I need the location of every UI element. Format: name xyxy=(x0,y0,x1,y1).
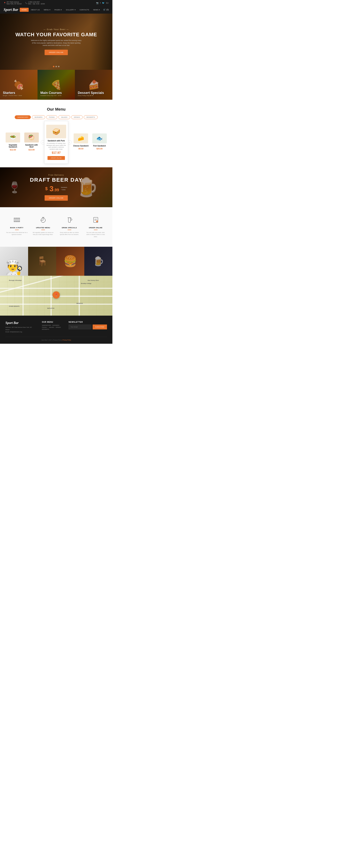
book-party-title: BOOK A PARTY xyxy=(6,227,28,228)
feature-order-online: ORDER ONLINE You can order any snack, di… xyxy=(85,216,106,238)
updated-menu-underline xyxy=(41,230,45,230)
footer-link-burgers[interactable]: BURGERS xyxy=(53,324,59,326)
footer-link-sandwiches[interactable]: SANDWICHES xyxy=(42,324,51,326)
category-desserts[interactable]: 🍰 Dessert Specials Every Friday Only $0.… xyxy=(75,70,113,100)
menu-item-cheese-sandwich[interactable]: 🧀 Cheese Sandwich $9.50 xyxy=(72,132,90,153)
category-starters[interactable]: 🍖 Starters Burger + French Fries + Drink xyxy=(0,70,37,100)
newsletter-email-input[interactable] xyxy=(68,324,92,330)
location-icon: 📍 xyxy=(4,2,6,4)
menu-title: Our Menu xyxy=(4,107,109,112)
drink-specials-icon xyxy=(59,216,80,225)
footer-address-text: Address: 287 Park Avenue New York, NY 90… xyxy=(5,326,35,333)
footer: Sport Bar Address: 287 Park Avenue New Y… xyxy=(0,316,113,344)
footer-privacy-link[interactable]: | Privacy Policy xyxy=(62,339,71,341)
google-plus-icon[interactable]: G+ xyxy=(106,2,109,4)
nav-gallery[interactable]: GALLERY ▾ xyxy=(64,8,77,12)
tab-pizzas[interactable]: PIZZAS xyxy=(46,115,57,119)
nav-news[interactable]: NEWS ▾ xyxy=(91,8,102,12)
footer-link-drinks[interactable]: DRINKS xyxy=(56,327,61,328)
starters-title: Starters xyxy=(3,91,22,95)
footer-newsletter-section: NEWSLETTER SUBSCRIBE xyxy=(68,321,107,333)
site-logo[interactable]: Sport Bar xyxy=(4,8,18,12)
map-label-factory: New Factory Store xyxy=(88,280,99,281)
book-party-underline xyxy=(15,230,19,230)
pork-sandwich-price: $17.97 xyxy=(46,151,66,154)
nav-about[interactable]: ABOUT US xyxy=(29,8,42,12)
footer-menu-links: SANDWICHES BURGERS PIZZAS / SALADS DRINK… xyxy=(42,324,61,330)
nav-links: HOME ABOUT US MENU ▾ PAGES ▾ GALLERY ▾ C… xyxy=(20,8,102,12)
footer-menu-title: OUR MENU xyxy=(42,321,61,323)
starters-content: Starters Burger + French Fries + Drink xyxy=(3,91,22,96)
menu-items-list: 🥗 Vegetable Sandwich $12.50 🥙 Sandwich w… xyxy=(4,125,109,160)
hero-dots xyxy=(53,66,59,67)
hero-dot-1[interactable] xyxy=(53,66,54,67)
desserts-title: Dessert Specials xyxy=(78,91,104,95)
instagram-icon[interactable]: 📷 xyxy=(96,2,99,4)
social-links[interactable]: 📷 f 🐦 G+ xyxy=(96,2,109,4)
footer-link-pizzas[interactable]: PIZZAS / xyxy=(42,327,47,328)
map-pin[interactable]: 📍 xyxy=(53,291,60,299)
hero-dot-2[interactable] xyxy=(56,66,57,67)
vegetable-sandwich-price: $12.50 xyxy=(5,149,21,151)
main-courses-title: Main Courses xyxy=(40,91,62,95)
pork-sandwich-desc: A combination of roasting, then barbeque… xyxy=(46,143,66,150)
beef-sandwich-img: 🥙 xyxy=(24,132,39,143)
tab-desserts[interactable]: DESSERTS xyxy=(84,115,98,119)
updated-menu-desc: We regularly update our menus so that yo… xyxy=(32,231,54,236)
footer-logo-section: Sport Bar Address: 287 Park Avenue New Y… xyxy=(5,321,35,333)
footer-link-desserts[interactable]: DESSERTS xyxy=(42,329,49,330)
navbar: Sport Bar HOME ABOUT US MENU ▾ PAGES ▾ G… xyxy=(0,6,113,13)
nav-pages[interactable]: PAGES ▾ xyxy=(53,8,64,12)
tab-burgers[interactable]: BURGERS xyxy=(32,115,45,119)
menu-item-fish-sandwich[interactable]: 🐟 Fish Sandwich $25.00 xyxy=(90,132,109,153)
map-label-brooklyn-college: Brooklyn College xyxy=(81,283,91,284)
tab-salads[interactable]: SALADS xyxy=(58,115,70,119)
footer-link-salads[interactable]: SALADS xyxy=(49,327,54,328)
cart-icon[interactable]: 🛒 (0) xyxy=(103,8,109,11)
category-main-courses[interactable]: 🍕 Main Courses Available Every Day 9:00 … xyxy=(37,70,75,100)
order-online-desc: You can order any snack, dish, drink or … xyxy=(85,231,106,238)
twitter-icon[interactable]: 🐦 xyxy=(102,2,104,4)
fish-sandwich-name: Fish Sandwich xyxy=(91,145,108,147)
fish-sandwich-img: 🐟 xyxy=(92,133,107,144)
hero-section: — Grab Your Beer — WATCH YOUR FAVORITE G… xyxy=(0,13,113,70)
main-courses-content: Main Courses Available Every Day 9:00 - … xyxy=(40,91,62,96)
map-label-dyker-heights: DYKER HEIGHTS xyxy=(9,306,20,307)
pork-sandwich-name: Sandwich with Pork xyxy=(46,140,66,142)
hero-content: — Grab Your Beer — WATCH YOUR FAVORITE G… xyxy=(15,28,97,55)
vegetable-sandwich-img: 🥗 xyxy=(6,132,20,143)
nav-home[interactable]: HOME xyxy=(20,8,29,12)
menu-item-beef-sandwich[interactable]: 🥙 Sandwich with Beef $10.99 xyxy=(22,131,41,154)
top-bar-left: 📍 287 Park Avenue New York, NY 90210 📞 1… xyxy=(4,1,45,5)
gallery-burger: 🍔 xyxy=(56,247,84,276)
svg-rect-2 xyxy=(19,218,20,222)
menu-section: Our Menu SANDWICHES BURGERS PIZZAS SALAD… xyxy=(0,100,113,167)
fish-sandwich-price: $25.00 xyxy=(91,148,108,150)
pork-sandwich-order-button[interactable]: ORDER ONLINE xyxy=(48,156,65,160)
phone-icon: 📞 xyxy=(25,2,27,4)
order-online-title: ORDER ONLINE xyxy=(85,227,106,228)
beer-price-details: Sandwich + Drink xyxy=(61,186,67,191)
gallery-beer-tap: 🍺 xyxy=(84,247,113,276)
order-online-icon xyxy=(85,216,106,225)
order-online-underline xyxy=(94,230,97,230)
menu-item-vegetable-sandwich[interactable]: 🥗 Vegetable Sandwich $12.50 xyxy=(4,131,22,154)
newsletter-subscribe-button[interactable]: SUBSCRIBE xyxy=(93,324,107,330)
map-pin-circle: 📍 xyxy=(53,291,60,299)
nav-menu[interactable]: MENU ▾ xyxy=(42,8,53,12)
beer-dollar-sign: $ xyxy=(45,186,48,191)
footer-logo[interactable]: Sport Bar xyxy=(5,321,35,325)
facebook-icon[interactable]: f xyxy=(100,2,101,4)
beer-order-button[interactable]: ORDER ONLINE xyxy=(44,195,68,201)
tab-sandwiches[interactable]: SANDWICHES xyxy=(15,115,31,119)
hero-dot-3[interactable] xyxy=(58,66,59,67)
menu-item-pork-sandwich-featured[interactable]: 🥪 Sandwich with Pork A combination of ro… xyxy=(44,121,68,164)
beef-sandwich-name: Sandwich with Beef xyxy=(23,144,40,148)
nav-contacts[interactable]: CONTACTS xyxy=(78,8,91,12)
tab-drinks[interactable]: DRINKS xyxy=(71,115,83,119)
map-section[interactable]: DYKER HEIGHTS MAPLETON MIDWOOD Borough o… xyxy=(0,276,113,316)
address-info: 📍 287 Park Avenue New York, NY 90210 xyxy=(4,1,22,5)
starters-subtitle: Burger + French Fries + Drink xyxy=(3,95,22,96)
footer-bottom: Sport Bar © 2017 | Privacy Policy | Priv… xyxy=(5,337,107,341)
hero-cta-button[interactable]: ORDER ONLINE xyxy=(44,50,68,55)
